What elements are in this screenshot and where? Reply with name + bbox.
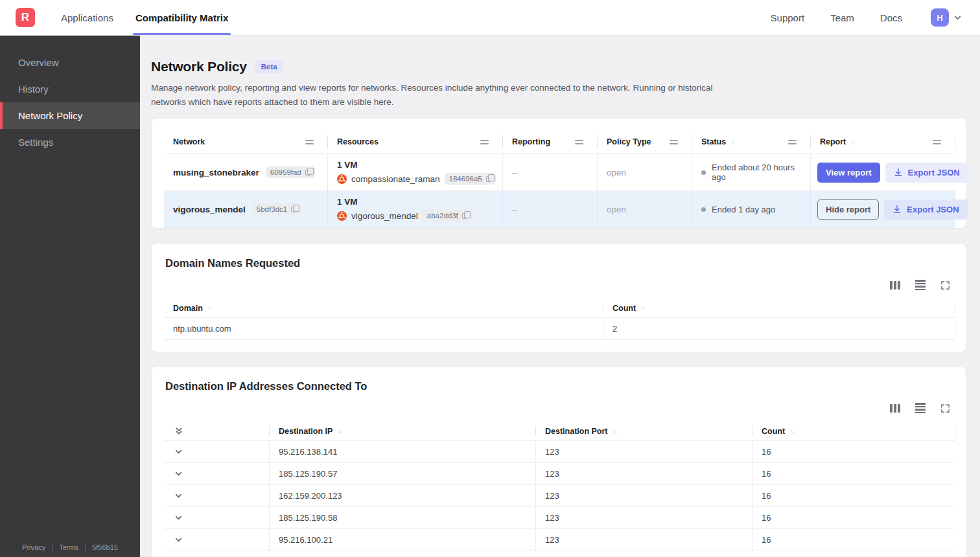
double-chevron-down-icon[interactable] (174, 426, 183, 436)
sidebar-item-network-policy[interactable]: Network Policy (0, 102, 140, 129)
app-logo[interactable]: R (16, 8, 35, 27)
status-dot-icon (701, 207, 706, 212)
count-cell: 16 (752, 529, 955, 551)
top-nav: R Applications Compatibility Matrix Supp… (0, 0, 980, 36)
sidebar-item-history[interactable]: History (0, 76, 140, 102)
sidebar-item-settings[interactable]: Settings (0, 129, 140, 155)
chevron-down-icon[interactable] (953, 14, 962, 22)
link-docs[interactable]: Docs (880, 12, 902, 23)
rows-view-icon[interactable] (915, 280, 926, 290)
col-label: Status (701, 137, 726, 146)
column-drag-handle[interactable] (575, 140, 583, 144)
col-label: Report (820, 137, 846, 146)
tab-compatibility-matrix[interactable]: Compatibility Matrix (135, 0, 228, 35)
export-json-label: Export JSON (907, 205, 959, 214)
tab-applications[interactable]: Applications (61, 0, 113, 35)
sort-icon[interactable]: ↑↓ (612, 427, 616, 435)
vm-id: aba2dd3f (427, 212, 458, 220)
export-json-button[interactable]: Export JSON (885, 163, 968, 183)
policy-type-cell: open (598, 154, 692, 190)
col-label: Domain (173, 304, 203, 313)
expand-row-toggle[interactable] (164, 529, 270, 551)
col-header-policy-type[interactable]: Policy Type (598, 130, 692, 153)
column-drag-handle[interactable] (305, 140, 314, 144)
col-header-domain[interactable]: Domain ↑↓ (164, 299, 603, 317)
sort-icon[interactable]: ↑↓ (730, 139, 734, 146)
link-support[interactable]: Support (771, 12, 805, 23)
destinations-card: Destination IP Addresses Connected To De… (151, 366, 966, 557)
network-row-vigorous-mendel[interactable]: vigorous_mendel 5bdf3dc1 1 VM vigorous_m… (164, 190, 955, 228)
export-json-button[interactable]: Export JSON (884, 199, 967, 220)
networks-table-header: Network Resources Reporting Policy Type … (164, 130, 955, 153)
columns-view-icon[interactable] (890, 404, 900, 413)
sidebar: Overview History Network Policy Settings… (0, 36, 140, 557)
destination-ip-cell: 95.216.100.21 (270, 529, 536, 551)
col-header-count[interactable]: Count ↑↓ (752, 422, 955, 440)
col-header-report[interactable]: Report ↑↓ (811, 130, 955, 153)
destination-port-cell: 123 (536, 485, 752, 506)
sidebar-nav: Overview History Network Policy Settings (0, 36, 140, 155)
expand-row-toggle[interactable] (164, 507, 270, 529)
expand-all-header[interactable] (164, 422, 270, 440)
network-id-badge: 5bdf3dc1 (252, 203, 301, 215)
main-content: Network Policy Beta Manage network polic… (140, 36, 980, 557)
network-name-cell: vigorous_mendel 5bdf3dc1 (164, 191, 328, 227)
col-header-destination-ip[interactable]: Destination IP ↑↓ (270, 422, 536, 440)
build-id: 5f56b15 (92, 543, 118, 551)
destination-port-cell: 123 (536, 441, 752, 462)
columns-view-icon[interactable] (890, 281, 900, 290)
expand-row-toggle[interactable] (164, 441, 270, 462)
col-header-destination-port[interactable]: Destination Port ↑↓ (536, 422, 752, 440)
sort-icon[interactable]: ↑↓ (789, 427, 793, 435)
col-header-resources[interactable]: Resources (328, 130, 503, 153)
column-drag-handle[interactable] (480, 140, 489, 144)
vm-name: compassionate_raman (351, 174, 440, 184)
col-header-count[interactable]: Count ↑↓ (603, 299, 955, 317)
privacy-link[interactable]: Privacy (22, 543, 45, 551)
sort-icon[interactable]: ↑↓ (640, 304, 644, 312)
report-cell: Hide report Export JSON (811, 191, 955, 227)
col-header-reporting[interactable]: Reporting (503, 130, 598, 153)
column-drag-handle[interactable] (933, 140, 941, 144)
copy-icon[interactable] (486, 176, 491, 182)
count-cell: 16 (752, 441, 955, 462)
count-cell: 2 (603, 318, 955, 339)
destination-port-cell: 123 (536, 529, 752, 551)
destination-row: 162.159.200.123 123 16 (164, 484, 955, 506)
copy-icon[interactable] (291, 207, 296, 212)
column-drag-handle[interactable] (788, 140, 797, 144)
sort-icon[interactable]: ↑↓ (207, 304, 211, 312)
status-cell: Ended about 20 hours ago (692, 154, 811, 190)
link-team[interactable]: Team (830, 12, 854, 23)
network-name-cell: musing_stonebraker 60959fad (164, 154, 328, 190)
vm-count: 1 VM (337, 160, 358, 170)
view-report-button[interactable]: View report (817, 163, 880, 183)
copy-icon[interactable] (462, 213, 467, 219)
destination-row: 95.216.138.141 123 16 (164, 440, 955, 462)
rows-view-icon[interactable] (915, 403, 926, 413)
expand-row-toggle[interactable] (164, 485, 270, 506)
terms-link[interactable]: Terms (59, 543, 78, 551)
col-label: Reporting (512, 137, 550, 146)
expand-row-toggle[interactable] (164, 463, 270, 484)
divider (52, 544, 52, 551)
sort-icon[interactable]: ↑↓ (337, 427, 341, 435)
sort-icon[interactable]: ↑↓ (850, 139, 854, 146)
col-header-status[interactable]: Status ↑↓ (692, 130, 811, 153)
fullscreen-icon[interactable] (940, 404, 950, 413)
top-nav-tabs: Applications Compatibility Matrix (61, 0, 228, 35)
destinations-card-title: Destination IP Addresses Connected To (165, 380, 955, 392)
destination-ip-cell: 162.159.200.123 (270, 485, 536, 506)
vm-id-badge: 184696a5 (445, 173, 496, 185)
copy-icon[interactable] (305, 170, 310, 176)
fullscreen-icon[interactable] (940, 280, 950, 290)
col-label: Resources (337, 137, 379, 146)
user-menu[interactable]: H (931, 8, 962, 27)
col-header-network[interactable]: Network (164, 130, 328, 153)
sidebar-item-overview[interactable]: Overview (0, 49, 140, 76)
avatar[interactable]: H (931, 8, 949, 27)
reporting-cell: – (503, 191, 598, 227)
network-row-musing-stonebraker[interactable]: musing_stonebraker 60959fad 1 VM compass… (164, 153, 955, 190)
column-drag-handle[interactable] (670, 140, 678, 144)
hide-report-button[interactable]: Hide report (817, 199, 879, 220)
